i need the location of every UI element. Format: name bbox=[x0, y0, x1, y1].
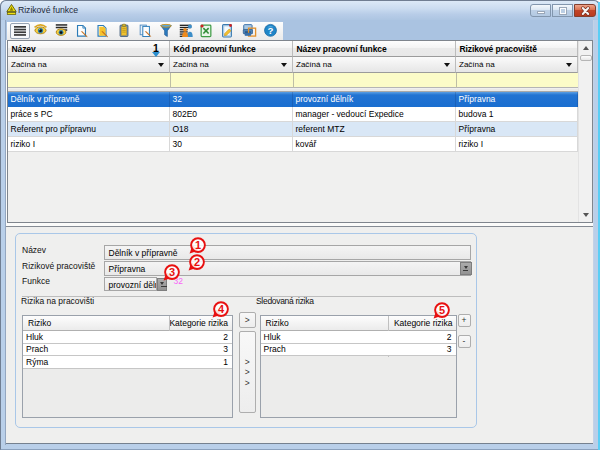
svg-text:5: 5 bbox=[438, 304, 444, 316]
svg-text:?: ? bbox=[268, 25, 274, 36]
svg-text:1: 1 bbox=[194, 239, 200, 251]
svg-text:4: 4 bbox=[217, 303, 224, 315]
svg-text:3: 3 bbox=[169, 266, 175, 278]
svg-text:2: 2 bbox=[194, 256, 200, 268]
